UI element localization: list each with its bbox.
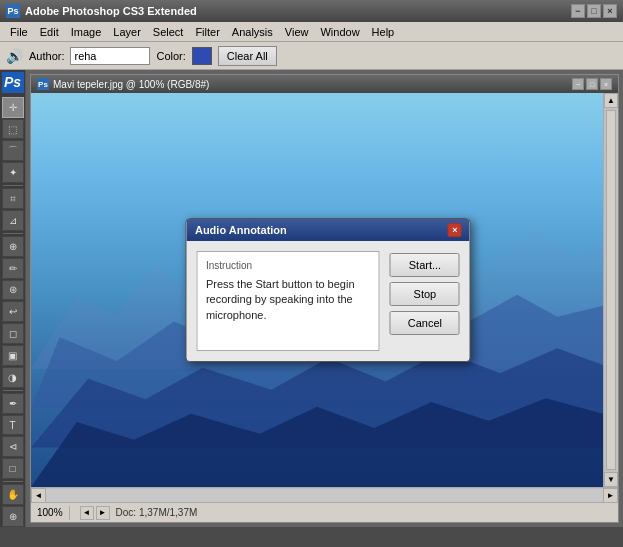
tool-separator-2 (3, 233, 23, 234)
ps-toolbar-logo: Ps (2, 72, 24, 93)
instruction-text: Press the Start button to begin recordin… (206, 277, 371, 323)
doc-maximize-button[interactable]: □ (586, 78, 598, 90)
history-brush-button[interactable]: ↩ (2, 301, 24, 322)
zoom-level: 100% (37, 507, 63, 518)
clone-button[interactable]: ⊛ (2, 280, 24, 301)
eyedropper-button[interactable]: ⊿ (2, 210, 24, 231)
vertical-scrollbar[interactable]: ▲ ▼ (603, 93, 618, 487)
workspace: Ps ✛ ⬚ ⌒ ✦ ⌗ ⊿ ⊕ ✏ ⊛ ↩ ◻ ▣ ◑ ✒ T ⊲ □ ✋ ⊕… (0, 70, 623, 527)
gradient-button[interactable]: ▣ (2, 345, 24, 366)
document-title: Mavi tepeler.jpg @ 100% (RGB/8#) (53, 79, 209, 90)
scroll-up-button[interactable]: ▲ (604, 93, 618, 108)
zoom-button[interactable]: ⊕ (2, 506, 24, 527)
move-tool-button[interactable]: ✛ (2, 97, 24, 118)
tool-separator-4 (3, 481, 23, 482)
maximize-button[interactable]: □ (587, 4, 601, 18)
menu-analysis[interactable]: Analysis (226, 24, 279, 40)
options-bar: 🔊 Author: Color: Clear All (0, 42, 623, 70)
author-input[interactable] (70, 47, 150, 65)
document-window: Ps Mavi tepeler.jpg @ 100% (RGB/8#) − □ … (30, 74, 619, 523)
canvas-area: www.dijitalders.com Audio Annotation × I… (31, 93, 603, 487)
magic-wand-button[interactable]: ✦ (2, 162, 24, 183)
hand-button[interactable]: ✋ (2, 484, 24, 505)
horizontal-scrollbar[interactable]: ◄ ► (31, 487, 618, 502)
dialog-title: Audio Annotation (195, 224, 287, 236)
menu-select[interactable]: Select (147, 24, 190, 40)
speaker-icon: 🔊 (6, 48, 23, 64)
doc-title-controls: − □ × (572, 78, 612, 90)
app-title-bar: Ps Adobe Photoshop CS3 Extended − □ × (0, 0, 623, 22)
start-button[interactable]: Start... (390, 253, 460, 277)
close-button[interactable]: × (603, 4, 617, 18)
nav-left-button[interactable]: ◄ (80, 506, 94, 520)
author-label: Author: (29, 50, 64, 62)
color-swatch[interactable] (192, 47, 212, 65)
doc-ps-icon: Ps (37, 78, 49, 90)
cancel-button[interactable]: Cancel (390, 311, 460, 335)
pen-button[interactable]: ✒ (2, 393, 24, 414)
healing-button[interactable]: ⊕ (2, 236, 24, 257)
doc-minimize-button[interactable]: − (572, 78, 584, 90)
shape-button[interactable]: □ (2, 458, 24, 479)
eraser-button[interactable]: ◻ (2, 323, 24, 344)
scroll-left-button[interactable]: ◄ (31, 488, 46, 503)
doc-close-button[interactable]: × (600, 78, 612, 90)
dodge-button[interactable]: ◑ (2, 367, 24, 388)
title-bar-controls: − □ × (571, 4, 617, 18)
menu-filter[interactable]: Filter (189, 24, 225, 40)
menu-edit[interactable]: Edit (34, 24, 65, 40)
instruction-label: Instruction (206, 260, 371, 271)
scroll-right-button[interactable]: ► (603, 488, 618, 503)
menu-image[interactable]: Image (65, 24, 108, 40)
document-title-bar: Ps Mavi tepeler.jpg @ 100% (RGB/8#) − □ … (31, 75, 618, 93)
clear-all-button[interactable]: Clear All (218, 46, 277, 66)
nav-right-button[interactable]: ► (96, 506, 110, 520)
menu-layer[interactable]: Layer (107, 24, 147, 40)
dialog-body: Instruction Press the Start button to be… (187, 241, 470, 361)
menu-help[interactable]: Help (366, 24, 401, 40)
brush-button[interactable]: ✏ (2, 258, 24, 279)
marquee-tool-button[interactable]: ⬚ (2, 119, 24, 140)
document-area: Ps Mavi tepeler.jpg @ 100% (RGB/8#) − □ … (26, 70, 623, 527)
dialog-title-bar: Audio Annotation × (187, 219, 470, 241)
app-title: Adobe Photoshop CS3 Extended (25, 5, 197, 17)
lasso-tool-button[interactable]: ⌒ (2, 140, 24, 161)
audio-annotation-dialog: Audio Annotation × Instruction Press the… (186, 218, 471, 362)
scroll-thumb-vertical[interactable] (606, 110, 616, 470)
status-separator (69, 506, 70, 520)
ps-logo: Ps (6, 4, 20, 18)
nav-buttons: ◄ ► (80, 506, 110, 520)
menu-window[interactable]: Window (314, 24, 365, 40)
crop-tool-button[interactable]: ⌗ (2, 188, 24, 209)
text-button[interactable]: T (2, 415, 24, 436)
dialog-close-button[interactable]: × (448, 223, 462, 237)
color-label: Color: (156, 50, 185, 62)
dialog-overlay: Audio Annotation × Instruction Press the… (31, 93, 603, 487)
hscroll-track[interactable] (46, 489, 603, 502)
tool-separator-1 (3, 185, 23, 186)
scroll-down-button[interactable]: ▼ (604, 472, 618, 487)
menu-file[interactable]: File (4, 24, 34, 40)
menu-view[interactable]: View (279, 24, 315, 40)
status-doc-info: Doc: 1,37M/1,37M (116, 507, 198, 518)
stop-button[interactable]: Stop (390, 282, 460, 306)
status-bar: 100% ◄ ► Doc: 1,37M/1,37M (31, 502, 618, 522)
instruction-box: Instruction Press the Start button to be… (197, 251, 380, 351)
dialog-buttons: Start... Stop Cancel (390, 251, 460, 351)
minimize-button[interactable]: − (571, 4, 585, 18)
tool-separator-3 (3, 390, 23, 391)
left-toolbar: Ps ✛ ⬚ ⌒ ✦ ⌗ ⊿ ⊕ ✏ ⊛ ↩ ◻ ▣ ◑ ✒ T ⊲ □ ✋ ⊕ (0, 70, 26, 527)
path-button[interactable]: ⊲ (2, 436, 24, 457)
menu-bar: File Edit Image Layer Select Filter Anal… (0, 22, 623, 42)
